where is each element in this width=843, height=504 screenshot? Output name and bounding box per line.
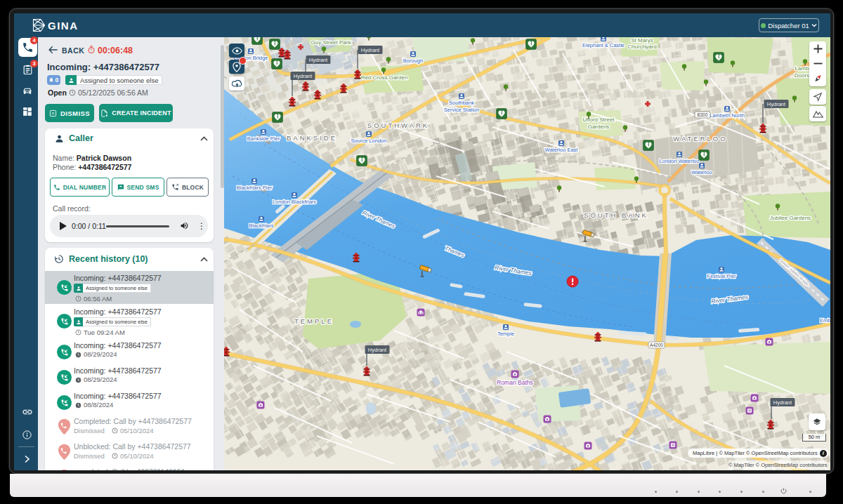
svg-text:Hydrant: Hydrant bbox=[361, 47, 380, 53]
svg-text:Gardens: Gardens bbox=[588, 124, 610, 130]
svg-text:Embankment: Embankment bbox=[820, 317, 830, 324]
svg-text:Jubilee Gardens: Jubilee Gardens bbox=[770, 215, 811, 221]
svg-text:Blackfriars Pier: Blackfriars Pier bbox=[237, 185, 273, 191]
svg-text:London Blackfriars: London Blackfriars bbox=[273, 199, 316, 205]
svg-text:Guy Street Park: Guy Street Park bbox=[311, 39, 352, 46]
svg-text:Ufford Street: Ufford Street bbox=[582, 117, 615, 123]
svg-text:Waterloo: Waterloo bbox=[691, 169, 712, 175]
svg-text:Source London: Source London bbox=[351, 138, 387, 144]
svg-text:A4200: A4200 bbox=[650, 343, 663, 347]
svg-text:BANKSIDE: BANKSIDE bbox=[287, 134, 337, 142]
svg-text:Borough: Borough bbox=[403, 58, 423, 64]
svg-text:Lambeth North: Lambeth North bbox=[710, 112, 745, 119]
svg-text:B300: B300 bbox=[697, 112, 708, 117]
svg-text:TEMPLE: TEMPLE bbox=[294, 317, 334, 325]
svg-text:Red Cross Garden: Red Cross Garden bbox=[361, 74, 408, 81]
svg-text:Waterloo East: Waterloo East bbox=[545, 147, 579, 153]
svg-text:St Marys: St Marys bbox=[631, 37, 653, 44]
svg-text:SOUTHWARK: SOUTHWARK bbox=[367, 121, 429, 129]
svg-text:Hydrant: Hydrant bbox=[309, 57, 328, 63]
svg-text:SOUTH BANK: SOUTH BANK bbox=[584, 211, 648, 219]
svg-text:Hydrant: Hydrant bbox=[773, 399, 792, 406]
svg-text:WATERLOO: WATERLOO bbox=[673, 135, 727, 142]
svg-text:London Waterloo: London Waterloo bbox=[660, 158, 700, 164]
svg-text:Blackfriars: Blackfriars bbox=[249, 223, 273, 229]
svg-text:Service Station: Service Station bbox=[444, 107, 479, 113]
svg-text:Roman Baths: Roman Baths bbox=[497, 379, 533, 386]
svg-text:Hydrant: Hydrant bbox=[368, 347, 387, 353]
svg-text:Bankside Pier: Bankside Pier bbox=[247, 135, 280, 142]
svg-text:Festival Pier: Festival Pier bbox=[707, 273, 736, 279]
svg-text:Churchyard: Churchyard bbox=[627, 44, 656, 50]
svg-text:Temple: Temple bbox=[497, 331, 514, 337]
svg-text:Hydrant: Hydrant bbox=[294, 73, 313, 79]
svg-text:Elephant & Castle: Elephant & Castle bbox=[582, 42, 625, 48]
svg-text:Hydrant: Hydrant bbox=[767, 101, 786, 107]
svg-text:Southbank: Southbank bbox=[449, 100, 474, 106]
